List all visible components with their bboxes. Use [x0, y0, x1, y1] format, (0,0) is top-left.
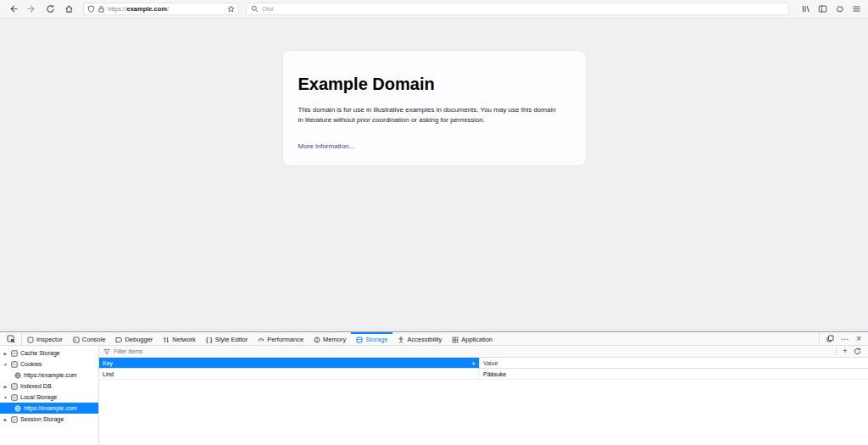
storage-main: Filter items + Key ▲ Value [99, 346, 868, 445]
twisty-expanded-icon[interactable]: ▼ [3, 395, 8, 400]
bookmark-star-icon[interactable] [227, 5, 235, 13]
home-button[interactable] [61, 3, 76, 16]
storage-type-icon [11, 416, 18, 423]
search-placeholder: Otsi [262, 5, 273, 13]
performance-icon [258, 337, 264, 343]
url-scheme: https:// [108, 5, 127, 13]
sidebar-item-session-storage[interactable]: ▶ Session Storage [0, 414, 98, 425]
devtools-tabbar: Inspector Console Debugger Network { } S… [0, 332, 868, 346]
sidebar-item-cookies[interactable]: ▼ Cookies [0, 359, 98, 370]
url-text: https://example.com/ [108, 5, 225, 13]
sidebar-item-cookies-origin[interactable]: https://example.com [0, 370, 98, 381]
tab-console[interactable]: Console [68, 332, 111, 345]
tab-inspector[interactable]: Inspector [22, 332, 68, 345]
column-header-key[interactable]: Key ▲ [99, 358, 479, 368]
column-header-value[interactable]: Value [479, 358, 868, 368]
pick-element-button[interactable] [0, 332, 22, 345]
globe-icon [14, 405, 21, 412]
search-icon [251, 5, 259, 13]
browser-toolbar: https://example.com/ Otsi [0, 0, 868, 19]
sidebar-item-local-storage[interactable]: ▼ Local Storage [0, 392, 98, 403]
tab-style-editor[interactable]: { } Style Editor [201, 332, 253, 345]
devtools-toolbox-controls: ⋯ × [819, 332, 868, 345]
sidebar-item-local-storage-origin-selected[interactable]: https://example.com [0, 403, 98, 414]
sort-ascending-icon: ▲ [471, 360, 476, 365]
refresh-items-button[interactable] [854, 348, 864, 355]
twisty-collapsed-icon[interactable]: ▶ [3, 417, 8, 422]
twisty-collapsed-icon[interactable]: ▶ [3, 351, 8, 356]
twisty-collapsed-icon[interactable]: ▶ [3, 384, 8, 389]
storage-type-icon [11, 350, 18, 357]
twisty-expanded-icon[interactable]: ▼ [3, 362, 8, 367]
table-row[interactable]: Lind Pääsuke [99, 369, 868, 380]
search-bar[interactable]: Otsi [246, 3, 789, 15]
lock-icon[interactable] [97, 5, 105, 13]
tab-performance[interactable]: Performance [253, 332, 309, 345]
page-title: Example Domain [298, 75, 570, 94]
meatball-menu-icon[interactable]: ⋯ [841, 337, 849, 342]
globe-icon [14, 372, 21, 379]
storage-type-icon [11, 361, 18, 368]
storage-table: Key ▲ Value Lind Pääsuke [99, 358, 868, 445]
filter-funnel-icon [103, 348, 110, 355]
dock-options-icon[interactable] [826, 335, 834, 342]
page-paragraph: This domain is for use in illustrative e… [298, 105, 563, 125]
console-icon [73, 337, 80, 343]
account-icon[interactable] [835, 4, 844, 14]
toolbar-right-icons [801, 4, 861, 14]
cell-key[interactable]: Lind [99, 369, 479, 379]
reload-button[interactable] [42, 3, 58, 16]
memory-icon [314, 337, 320, 343]
tab-storage[interactable]: Storage [351, 332, 392, 345]
toolbar-separator [836, 348, 837, 356]
accessibility-icon [398, 337, 404, 343]
network-icon [163, 337, 170, 343]
tracking-shield-icon[interactable] [87, 5, 95, 13]
style-editor-icon: { } [206, 336, 213, 343]
url-path: / [167, 5, 169, 13]
cell-value[interactable]: Pääsuke [479, 369, 868, 379]
library-icon[interactable] [801, 4, 810, 14]
menu-hamburger-icon[interactable] [852, 4, 861, 14]
add-item-button[interactable]: + [840, 348, 850, 355]
tab-network[interactable]: Network [158, 332, 201, 345]
tab-debugger[interactable]: Debugger [110, 332, 158, 345]
devtools-panel: Inspector Console Debugger Network { } S… [0, 332, 868, 445]
sidebar-item-cache-storage[interactable]: ▶ Cache Storage [0, 348, 98, 359]
tab-application[interactable]: Application [447, 332, 498, 345]
devtools-body: ▶ Cache Storage ▼ Cookies https://exampl… [0, 346, 868, 445]
storage-icon [356, 337, 363, 343]
inspector-icon [27, 337, 34, 343]
application-icon [452, 337, 459, 343]
tab-accessibility[interactable]: Accessibility [392, 332, 447, 345]
page-viewport: Example Domain This domain is for use in… [0, 19, 868, 329]
filter-items-input[interactable]: Filter items [114, 348, 832, 354]
more-information-link[interactable]: More information... [298, 142, 355, 150]
storage-sidebar: ▶ Cache Storage ▼ Cookies https://exampl… [0, 346, 99, 445]
storage-type-icon [11, 383, 18, 390]
devtools-close-icon[interactable]: × [856, 334, 861, 343]
url-bar[interactable]: https://example.com/ [83, 3, 239, 15]
storage-type-icon [11, 394, 18, 401]
debugger-icon [115, 337, 122, 343]
storage-table-header: Key ▲ Value [99, 358, 868, 369]
storage-filter-toolbar: Filter items + [99, 346, 868, 358]
example-domain-card: Example Domain This domain is for use in… [283, 51, 586, 165]
sidebars-icon[interactable] [818, 4, 827, 14]
url-domain: example.com [127, 5, 168, 13]
tab-memory[interactable]: Memory [309, 332, 351, 345]
back-button[interactable] [5, 3, 20, 16]
forward-button[interactable] [24, 3, 39, 16]
sidebar-item-indexed-db[interactable]: ▶ Indexed DB [0, 381, 98, 392]
